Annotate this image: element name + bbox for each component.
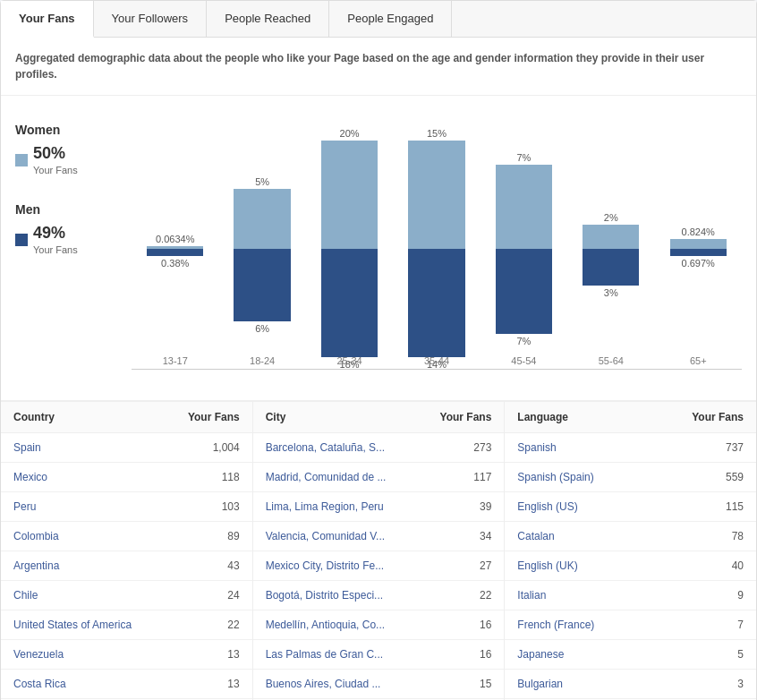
city-table-header: City Your Fans: [253, 402, 505, 433]
country-col1-header: Country: [13, 411, 55, 423]
row-value: 24: [227, 589, 239, 602]
men-pct-55-64: 3%: [604, 287, 618, 298]
legend-men-fans: Your Fans: [33, 244, 78, 255]
legend-women-fans: Your Fans: [33, 165, 78, 175]
bar-men-35-44: [408, 249, 464, 357]
row-value: 78: [732, 530, 744, 542]
row-label: Costa Rica: [13, 678, 66, 690]
legend-women: Women 50% Your Fans: [15, 123, 132, 175]
tab-your-fans[interactable]: Your Fans: [1, 1, 94, 38]
row-value: 40: [732, 559, 744, 572]
table-row: English (UK) 40: [505, 551, 756, 581]
bar-men-18-24: [234, 249, 290, 321]
table-row: Peru 103: [1, 492, 252, 522]
country-col2-header: Your Fans: [188, 411, 240, 423]
tab-people-reached[interactable]: People Reached: [207, 1, 329, 37]
table-row: Spanish 737: [505, 433, 756, 463]
language-col2-header: Your Fans: [692, 411, 744, 423]
age-label-35-44: 35-44: [393, 355, 480, 366]
row-label: Barcelona, Cataluña, S...: [266, 441, 385, 454]
women-pct-13-17: 0.0634%: [156, 234, 194, 244]
description-bold: Aggregated demographic data about the pe…: [15, 52, 704, 81]
women-pct-45-54: 7%: [516, 152, 531, 163]
table-row: Barcelona, Cataluña, S... 273: [253, 433, 505, 463]
table-row: Italian 9: [505, 581, 756, 610]
legend-men: Men 49% Your Fans: [15, 202, 132, 255]
table-row: Bogotá, Distrito Especi... 22: [253, 581, 505, 610]
legend-men-box: [15, 234, 28, 246]
table-row: Madrid, Comunidad de ... 117: [253, 463, 505, 492]
bar-group-35-44: 15% 14% 35-44: [393, 105, 480, 370]
row-value: 22: [227, 619, 239, 631]
row-label: Madrid, Comunidad de ...: [266, 471, 387, 483]
bar-group-13-17: 0.0634% 0.38% 13-17: [132, 105, 218, 370]
tables-section: Country Your Fans Spain 1,004 Mexico 118…: [1, 401, 756, 700]
women-pct-55-64: 2%: [604, 212, 618, 223]
table-row: Mexico 118: [1, 463, 252, 492]
row-label: Catalan: [517, 530, 554, 542]
language-table-body: Spanish 737 Spanish (Spain) 559 English …: [505, 433, 756, 700]
table-row: Spain 1,004: [1, 433, 252, 463]
bar-group-55-64: 2% 3% 55-64: [567, 105, 654, 370]
row-value: 15: [480, 678, 491, 690]
row-value: 89: [227, 530, 239, 542]
row-label: Colombia: [13, 530, 59, 542]
row-label: Las Palmas de Gran C...: [266, 648, 383, 661]
row-label: Peru: [13, 500, 36, 513]
bar-women-45-54: [496, 165, 552, 250]
row-label: Japanese: [517, 648, 564, 661]
bar-chart: 0.0634% 0.38% 13-17 5%: [132, 105, 742, 391]
men-pct-18-24: 6%: [255, 323, 269, 334]
row-label: Venezuela: [13, 648, 64, 661]
language-table: Language Your Fans Spanish 737 Spanish (…: [505, 402, 756, 700]
row-value: 43: [227, 559, 239, 572]
table-row: Las Palmas de Gran C... 16: [253, 640, 505, 670]
language-table-header: Language Your Fans: [505, 402, 756, 433]
table-row: Argentina 43: [1, 551, 252, 581]
city-table-body: Barcelona, Cataluña, S... 273 Madrid, Co…: [253, 433, 505, 700]
tab-people-engaged[interactable]: People Engaged: [329, 1, 452, 37]
bar-women-35-44: [408, 141, 464, 249]
row-value: 16: [480, 619, 491, 631]
row-label: Lima, Lima Region, Peru: [266, 500, 384, 513]
row-label: Medellín, Antioquia, Co...: [266, 619, 385, 631]
row-value: 13: [227, 678, 239, 690]
row-label: Spanish: [517, 441, 556, 454]
bar-group-25-34: 20% 18% 25-34: [306, 105, 393, 370]
bar-men-25-34: [321, 249, 378, 357]
table-row: Chile 24: [1, 581, 252, 610]
row-value: 115: [726, 500, 744, 513]
row-label: Bulgarian: [517, 678, 563, 690]
bar-women-18-24: [234, 189, 290, 250]
table-row: Catalan 78: [505, 522, 756, 551]
row-label: Buenos Aires, Ciudad ...: [266, 678, 381, 690]
city-col2-header: Your Fans: [440, 411, 492, 423]
tabs-bar: Your Fans Your Followers People Reached …: [1, 1, 756, 38]
table-row: Bulgarian 3: [505, 670, 756, 699]
country-table-header: Country Your Fans: [1, 402, 252, 433]
row-label: English (UK): [517, 559, 577, 572]
row-value: 7: [737, 619, 744, 631]
age-label-13-17: 13-17: [132, 355, 218, 366]
row-value: 5: [737, 648, 744, 661]
row-value: 103: [222, 500, 240, 513]
bar-men-13-17: [147, 249, 203, 256]
country-table-body: Spain 1,004 Mexico 118 Peru 103 Colombia…: [1, 433, 252, 700]
legend-men-title: Men: [15, 202, 132, 217]
row-value: 22: [480, 589, 491, 602]
row-value: 27: [480, 559, 491, 572]
row-value: 16: [480, 648, 491, 661]
legend-women-item: 50% Your Fans: [15, 144, 132, 175]
row-label: United States of America: [13, 619, 132, 631]
table-row: United States of America 22: [1, 610, 252, 640]
women-pct-18-24: 5%: [255, 176, 269, 187]
row-value: 3: [737, 678, 744, 690]
table-row: Buenos Aires, Ciudad ... 15: [253, 670, 505, 699]
row-label: Mexico City, Distrito Fe...: [266, 559, 384, 572]
bar-men-55-64: [583, 249, 639, 286]
city-table: City Your Fans Barcelona, Cataluña, S...…: [253, 402, 506, 700]
row-label: Mexico: [13, 471, 47, 483]
table-row: Venezuela 13: [1, 640, 252, 670]
tab-your-followers[interactable]: Your Followers: [94, 1, 208, 37]
bar-men-65+: [670, 249, 727, 256]
